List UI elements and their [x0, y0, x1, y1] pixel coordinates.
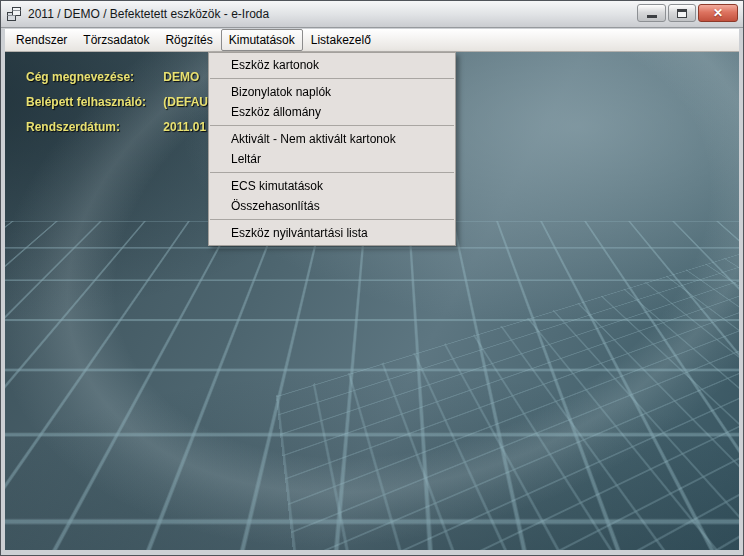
- titlebar[interactable]: 2011 / DEMO / Befektetett eszközök - e-I…: [1, 1, 743, 28]
- menubar: Rendszer Törzsadatok Rögzítés Kimutatáso…: [5, 29, 739, 52]
- system-date-value: 2011.01: [163, 120, 206, 134]
- menu-item-rogzites[interactable]: Rögzítés: [157, 29, 220, 51]
- menu-item-torzsadatok[interactable]: Törzsadatok: [75, 29, 157, 51]
- system-date-label: Rendszerdátum:: [26, 120, 160, 134]
- maximize-icon: [677, 9, 687, 18]
- app-window: 2011 / DEMO / Befektetett eszközök - e-I…: [0, 0, 744, 556]
- dropdown-item-aktivalt-kartonok[interactable]: Aktivált - Nem aktivált kartonok: [209, 129, 455, 149]
- user-row: Belépett felhasználó: (DEFAU: [26, 95, 208, 109]
- dropdown-item-ecs-kimutatasok[interactable]: ECS kimutatások: [209, 176, 455, 196]
- maximize-button[interactable]: [668, 4, 696, 22]
- menu-separator: [210, 78, 454, 79]
- app-icon: [6, 6, 22, 22]
- company-label: Cég megnevezése:: [26, 70, 160, 84]
- window-title: 2011 / DEMO / Befektetett eszközök - e-I…: [28, 7, 637, 21]
- dropdown-item-eszkoz-nyilvantartasi-lista[interactable]: Eszköz nyilvántartási lista: [209, 223, 455, 243]
- company-value: DEMO: [163, 70, 199, 84]
- minimize-button[interactable]: [637, 4, 666, 22]
- system-date-row: Rendszerdátum: 2011.01: [26, 120, 208, 134]
- close-button[interactable]: ✕: [698, 4, 738, 22]
- company-row: Cég megnevezése: DEMO: [26, 70, 208, 84]
- dropdown-item-bizonylatok-naplok[interactable]: Bizonylatok naplók: [209, 82, 455, 102]
- session-info-panel: Cég megnevezése: DEMO Belépett felhaszná…: [26, 70, 208, 145]
- minimize-icon: [647, 15, 657, 18]
- menu-item-kimutatasok[interactable]: Kimutatások: [221, 29, 303, 51]
- user-value: (DEFAU: [163, 95, 208, 109]
- dropdown-item-osszehasonlitas[interactable]: Összehasonlítás: [209, 196, 455, 216]
- close-icon: ✕: [713, 6, 723, 20]
- dropdown-item-leltar[interactable]: Leltár: [209, 149, 455, 169]
- menu-item-listakezelo[interactable]: Listakezelő: [303, 29, 379, 51]
- client-area: Rendszer Törzsadatok Rögzítés Kimutatáso…: [5, 29, 739, 550]
- menu-separator: [210, 172, 454, 173]
- menu-separator: [210, 219, 454, 220]
- dropdown-item-eszkoz-kartonok[interactable]: Eszköz kartonok: [209, 55, 455, 75]
- window-controls: ✕: [637, 4, 738, 22]
- menu-separator: [210, 125, 454, 126]
- user-label: Belépett felhasználó:: [26, 95, 160, 109]
- kimutatasok-dropdown-menu: Eszköz kartonok Bizonylatok naplók Eszkö…: [208, 52, 456, 246]
- dropdown-item-eszkoz-allomany[interactable]: Eszköz állomány: [209, 102, 455, 122]
- menu-item-rendszer[interactable]: Rendszer: [8, 29, 75, 51]
